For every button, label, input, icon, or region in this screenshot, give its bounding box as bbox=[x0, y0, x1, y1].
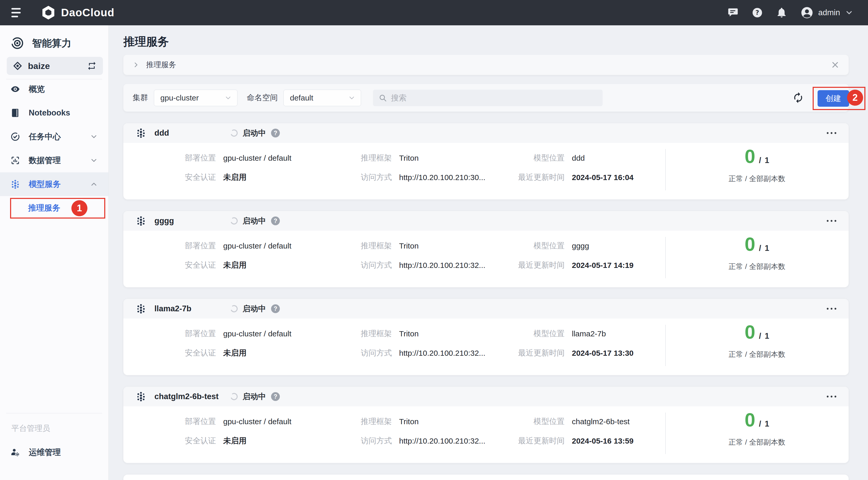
status-help-icon[interactable]: ? bbox=[271, 304, 280, 313]
refresh-icon[interactable] bbox=[792, 92, 804, 104]
status-help-icon[interactable]: ? bbox=[271, 129, 280, 137]
status-label: 启动中 bbox=[243, 216, 266, 226]
role-label: 平台管理员 bbox=[11, 423, 50, 434]
sidebar-item-label: 模型服务 bbox=[29, 179, 61, 190]
book-icon bbox=[10, 108, 20, 118]
field-value-model: chatglm2-6b-test bbox=[572, 417, 675, 426]
service-name: chatglm2-6b-test bbox=[154, 392, 219, 401]
more-actions-icon[interactable] bbox=[826, 395, 837, 398]
chevron-down-icon bbox=[90, 156, 98, 165]
sidebar-item-label: 概览 bbox=[29, 84, 45, 95]
switch-workspace-icon[interactable] bbox=[87, 61, 97, 71]
svg-text:?: ? bbox=[755, 9, 759, 16]
sidebar-item-label: 数据管理 bbox=[29, 155, 61, 166]
replicas-caption: 正常 / 全部副本数 bbox=[728, 349, 785, 359]
replicas-ready-count: 0 bbox=[745, 411, 755, 430]
field-value-updated: 2024-05-17 16:04 bbox=[572, 173, 675, 182]
replicas-total-count: 1 bbox=[765, 244, 769, 253]
field-value-access: http://10.20.100.210:32... bbox=[399, 349, 495, 357]
service-card: gggg 启动中 ? 部署位置 gpu-cluster / default 推理… bbox=[123, 211, 848, 287]
user-menu[interactable]: admin bbox=[800, 6, 854, 20]
field-value-access: http://10.20.100.210:32... bbox=[399, 437, 495, 445]
sidebar-item-overview[interactable]: 概览 bbox=[0, 77, 108, 101]
more-actions-icon[interactable] bbox=[826, 131, 837, 135]
notifications-bell-icon[interactable] bbox=[776, 7, 787, 18]
search-field[interactable] bbox=[373, 90, 602, 106]
field-label-updated: 最近更新时间 bbox=[502, 172, 565, 183]
field-value-updated: 2024-05-17 13:30 bbox=[572, 349, 675, 357]
page-title: 推理服务 bbox=[123, 34, 169, 49]
sidebar-item-ops-management[interactable]: 运维管理 bbox=[0, 441, 108, 464]
sidebar-item-label: 任务中心 bbox=[29, 131, 61, 142]
menu-toggle-icon[interactable] bbox=[11, 7, 25, 18]
replicas-summary: 0 / 1 正常 / 全部副本数 bbox=[665, 406, 848, 463]
field-value-access: http://10.20.100.210:30... bbox=[399, 173, 495, 182]
cluster-select-value: gpu-cluster bbox=[160, 94, 199, 102]
model-cluster-icon bbox=[136, 216, 146, 226]
username: admin bbox=[818, 8, 840, 17]
sidebar-item-task-center[interactable]: 任务中心 bbox=[0, 125, 108, 148]
field-value-framework: Triton bbox=[399, 417, 495, 426]
field-label-updated: 最近更新时间 bbox=[502, 260, 565, 271]
status-label: 启动中 bbox=[243, 304, 266, 314]
field-value-auth: 未启用 bbox=[223, 348, 312, 358]
field-value-deploy: gpu-cluster / default bbox=[223, 242, 312, 250]
sidebar-section-label: 智能算力 bbox=[32, 37, 71, 50]
replicas-separator: / bbox=[759, 156, 761, 165]
field-label-deploy: 部署位置 bbox=[136, 153, 216, 163]
field-label-updated: 最近更新时间 bbox=[502, 348, 565, 358]
field-label-framework: 推理框架 bbox=[319, 328, 392, 339]
service-fields: 部署位置 gpu-cluster / default 推理框架 Triton 模… bbox=[136, 153, 675, 183]
field-value-framework: Triton bbox=[399, 330, 495, 338]
sidebar-item-model-services[interactable]: 模型服务 bbox=[0, 172, 108, 196]
sidebar-item-label: Notebooks bbox=[29, 108, 70, 117]
field-value-access: http://10.20.100.210:32... bbox=[399, 261, 495, 270]
feedback-icon[interactable] bbox=[727, 7, 739, 18]
field-value-deploy: gpu-cluster / default bbox=[223, 417, 312, 426]
field-label-auth: 安全认证 bbox=[136, 436, 216, 446]
sidebar-item-data-management[interactable]: 数据管理 bbox=[0, 148, 108, 172]
service-card-body: 部署位置 gpu-cluster / default 推理框架 Triton 模… bbox=[123, 406, 848, 463]
close-icon[interactable] bbox=[831, 60, 840, 69]
replicas-total-count: 1 bbox=[765, 156, 769, 165]
field-value-model: ddd bbox=[572, 154, 675, 163]
breadcrumb: 推理服务 bbox=[146, 60, 176, 70]
search-icon bbox=[379, 94, 387, 102]
namespace-select[interactable]: default bbox=[283, 90, 361, 106]
data-chart-icon bbox=[10, 156, 20, 165]
spinner-icon bbox=[230, 304, 239, 313]
chevron-right-icon[interactable] bbox=[132, 61, 140, 69]
field-label-deploy: 部署位置 bbox=[136, 241, 216, 251]
replicas-caption: 正常 / 全部副本数 bbox=[728, 174, 785, 184]
field-value-auth: 未启用 bbox=[223, 172, 312, 183]
field-value-model: llama2-7b bbox=[572, 330, 675, 338]
status-help-icon[interactable]: ? bbox=[271, 392, 280, 401]
search-input[interactable] bbox=[391, 94, 593, 102]
model-cluster-icon bbox=[136, 128, 146, 138]
more-actions-icon[interactable] bbox=[826, 219, 837, 223]
field-value-deploy: gpu-cluster / default bbox=[223, 330, 312, 338]
replicas-separator: / bbox=[759, 332, 761, 341]
field-value-updated: 2024-05-16 13:59 bbox=[572, 437, 675, 445]
sidebar-item-notebooks[interactable]: Notebooks bbox=[0, 101, 108, 125]
cluster-select[interactable]: gpu-cluster bbox=[154, 90, 238, 106]
service-card: chatglm2-6b-test 启动中 ? 部署位置 gpu-cluster … bbox=[123, 387, 848, 463]
service-status: 启动中 ? bbox=[230, 391, 280, 402]
service-card: llama2-7b 启动中 ? 部署位置 gpu-cluster / defau… bbox=[123, 299, 848, 375]
service-status: 启动中 ? bbox=[230, 304, 280, 314]
daocloud-logo-icon bbox=[41, 5, 56, 20]
replicas-ready-count: 0 bbox=[745, 235, 755, 254]
field-value-framework: Triton bbox=[399, 154, 495, 163]
more-actions-icon[interactable] bbox=[826, 307, 837, 311]
workspace-selector[interactable]: baize bbox=[7, 57, 103, 75]
chevron-down-icon bbox=[224, 94, 232, 102]
replicas-separator: / bbox=[759, 244, 761, 253]
sidebar-item-label: 运维管理 bbox=[29, 447, 61, 458]
field-value-deploy: gpu-cluster / default bbox=[223, 154, 312, 163]
status-help-icon[interactable]: ? bbox=[271, 216, 280, 225]
status-label: 启动中 bbox=[243, 391, 266, 402]
help-icon[interactable]: ? bbox=[752, 7, 763, 18]
create-button[interactable]: 创建 bbox=[817, 90, 849, 107]
sidebar-item-inference-services[interactable]: 推理服务 bbox=[0, 196, 108, 220]
avatar bbox=[800, 6, 814, 20]
